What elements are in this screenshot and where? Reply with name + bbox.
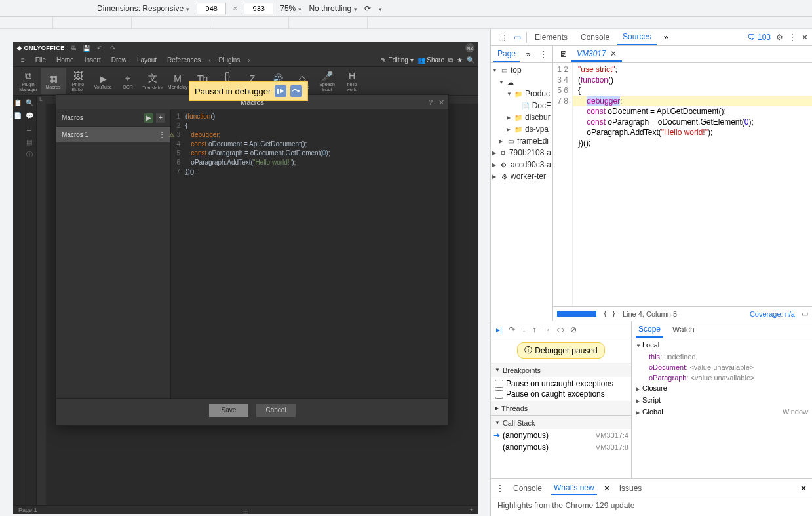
menu-scroll-right[interactable]: ›: [246, 56, 251, 64]
nav-tab-page[interactable]: Page: [493, 47, 520, 62]
pause-uncaught-checkbox[interactable]: [495, 380, 503, 388]
viewport-resize-handle[interactable]: ≡: [242, 507, 248, 514]
issues-badge[interactable]: 🗨 103: [748, 33, 771, 42]
macros-run-icon[interactable]: ▶: [144, 113, 153, 123]
editor-scroll[interactable]: [557, 311, 596, 317]
favorite-icon[interactable]: ★: [457, 56, 463, 64]
oo-menu-icon[interactable]: ≡: [17, 55, 29, 65]
editor-settings-icon[interactable]: ▭: [802, 309, 808, 318]
macros-close-icon[interactable]: ✕: [438, 98, 444, 107]
tabs-more-icon[interactable]: »: [659, 31, 672, 44]
copy-icon[interactable]: 📋: [13, 96, 22, 109]
headings-icon[interactable]: ☰: [22, 122, 36, 135]
step-over-icon[interactable]: ↷: [509, 325, 515, 334]
step-icon[interactable]: [290, 85, 302, 97]
menu-scroll-left[interactable]: ‹: [207, 56, 212, 64]
drawer-whatsnew-close-icon[interactable]: ✕: [604, 484, 610, 493]
ribbon-translator[interactable]: 文Translator: [140, 68, 165, 94]
open-location-icon[interactable]: ⧉: [448, 56, 453, 64]
nav-more-icon[interactable]: »: [524, 49, 533, 60]
code-area[interactable]: 1 2 3 4 5 6 7 8 "use strict"; (function(…: [553, 63, 812, 306]
search-side-icon[interactable]: 🔍: [22, 96, 36, 109]
threads-header[interactable]: ▶Threads: [491, 401, 631, 415]
callstack-frame[interactable]: (anonymous)VM3017:8: [491, 441, 631, 453]
deactivate-breakpoints-icon[interactable]: ⬭: [557, 325, 564, 334]
ribbon-hello-world[interactable]: Hhelloworld: [339, 68, 364, 94]
redo-icon[interactable]: ↷: [108, 45, 117, 52]
breakpoints-header[interactable]: ▼Breakpoints: [491, 363, 631, 377]
editor-tab-close-icon[interactable]: ✕: [610, 49, 617, 58]
drawer-close-icon[interactable]: ✕: [800, 484, 807, 493]
user-avatar[interactable]: NZ: [465, 43, 474, 52]
pretty-print-icon[interactable]: { }: [603, 309, 616, 318]
throttling-dropdown[interactable]: No throttling: [309, 4, 358, 13]
viewport-width-input[interactable]: [197, 3, 226, 14]
menu-home[interactable]: Home: [52, 55, 78, 65]
ribbon-macros[interactable]: ▦Macros: [41, 68, 66, 94]
tab-console[interactable]: Console: [575, 30, 615, 45]
ribbon-plugin-manager[interactable]: ⧉PluginManager: [16, 68, 41, 94]
ribbon-speech-input[interactable]: 🎤Speechinput: [315, 68, 339, 94]
pause-exceptions-icon[interactable]: ⊘: [570, 325, 577, 334]
macros-code-editor[interactable]: 1234567 (function() { debugger; const oD…: [171, 109, 448, 398]
menu-layout[interactable]: Layout: [133, 55, 161, 65]
viewport-height-input[interactable]: [244, 3, 273, 14]
menu-references[interactable]: References: [163, 55, 204, 65]
editor-tab[interactable]: VM3017 ✕: [571, 47, 622, 62]
drawer-tab-whatsnew[interactable]: What's new: [551, 482, 597, 495]
dimensions-dropdown[interactable]: Dimensions: Responsive: [97, 4, 190, 13]
nav-icon[interactable]: ▤: [22, 135, 36, 148]
menu-draw[interactable]: Draw: [107, 55, 130, 65]
callstack-header[interactable]: ▼Call Stack: [491, 415, 631, 429]
paste-icon[interactable]: 📄: [13, 109, 22, 122]
zoom-dropdown[interactable]: 75%: [280, 4, 302, 13]
device-more-dropdown[interactable]: [377, 4, 404, 13]
drawer-tab-console[interactable]: Console: [511, 483, 545, 494]
macros-help-icon[interactable]: ?: [429, 98, 433, 106]
search-icon[interactable]: 🔍: [467, 56, 474, 64]
macro-item-menu-icon[interactable]: ⋮: [159, 131, 165, 138]
menu-file[interactable]: File: [31, 55, 50, 65]
kebab-icon[interactable]: ⋮: [788, 33, 796, 42]
coverage-link[interactable]: Coverage: n/a: [750, 310, 795, 318]
editing-mode[interactable]: ✎ Editing ▾: [381, 56, 413, 64]
editor-file-icon[interactable]: 🖹: [556, 49, 571, 60]
macro-list-item[interactable]: Macros 1 ⋮: [56, 127, 170, 142]
device-toggle-icon[interactable]: ▭: [511, 31, 524, 44]
undo-icon[interactable]: ↶: [95, 45, 104, 52]
ribbon-mendeley[interactable]: MMendeley: [165, 68, 190, 94]
watch-tab[interactable]: Watch: [670, 323, 697, 337]
ribbon-youtube[interactable]: ▶YouTube: [90, 68, 115, 94]
add-page-icon[interactable]: +: [470, 507, 473, 513]
settings-icon[interactable]: ⚙: [776, 33, 783, 42]
share-button[interactable]: 👥 Share: [417, 56, 444, 64]
pause-caught-checkbox[interactable]: [495, 390, 503, 399]
comments-icon[interactable]: 💬: [22, 109, 36, 122]
ribbon-ocr[interactable]: ⌖OCR: [115, 68, 140, 94]
menu-plugins[interactable]: Plugins: [215, 55, 244, 65]
file-tree[interactable]: ▼▭top ▼☁ ▼📁Produc 📄DocE ▶📁discbur ▶📁ds-v…: [491, 63, 552, 321]
step-icon[interactable]: →: [543, 325, 551, 334]
step-into-icon[interactable]: ↓: [522, 325, 526, 334]
save-icon[interactable]: 💾: [82, 45, 91, 52]
nav-kebab-icon[interactable]: ⋮: [537, 49, 550, 60]
macros-add-icon[interactable]: +: [156, 113, 165, 123]
drawer-kebab-icon[interactable]: ⋮: [496, 484, 504, 493]
scope-tab[interactable]: Scope: [636, 322, 663, 338]
resume-button-icon[interactable]: ▸|: [496, 325, 502, 334]
drawer-tab-issues[interactable]: Issues: [617, 483, 645, 494]
macros-save-button[interactable]: Save: [209, 404, 248, 417]
close-devtools-icon[interactable]: ✕: [802, 33, 808, 42]
tab-elements[interactable]: Elements: [530, 30, 573, 45]
tab-sources[interactable]: Sources: [617, 30, 657, 45]
macros-cancel-button[interactable]: Cancel: [256, 404, 296, 417]
ribbon-photo-editor[interactable]: 🖼PhotoEditor: [66, 68, 90, 94]
callstack-frame[interactable]: ➔(anonymous)VM3017:4: [491, 429, 631, 441]
rotate-icon[interactable]: ⟳: [364, 4, 371, 13]
print-icon[interactable]: 🖶: [69, 45, 78, 52]
feedback-icon[interactable]: ⓘ: [22, 148, 36, 161]
resume-icon[interactable]: [275, 85, 286, 97]
page-indicator[interactable]: Page 1: [18, 507, 37, 513]
step-out-icon[interactable]: ↑: [532, 325, 536, 334]
inspect-icon[interactable]: ⬚: [495, 31, 508, 44]
